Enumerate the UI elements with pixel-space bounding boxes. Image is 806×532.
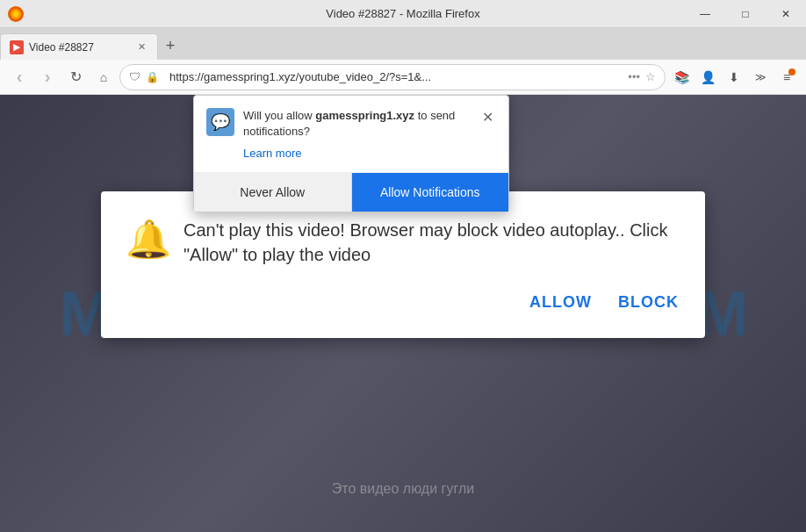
dialog-allow-button[interactable]: ALLOW (529, 293, 592, 312)
library-button[interactable]: 📚 (669, 65, 694, 90)
extensions-button[interactable]: ≫ (748, 65, 773, 90)
svg-point-2 (13, 11, 19, 18)
tab-bar: ▶ Video #28827 ✕ + (0, 28, 806, 60)
notification-site: gamesspring1.xyz (315, 109, 414, 122)
notification-body: Will you allow gamesspring1.xyz to send … (243, 108, 470, 163)
dialog-message: Can't play this video! Browser may block… (184, 218, 679, 267)
notification-text: Will you allow gamesspring1.xyz to send … (243, 108, 470, 140)
downloads-button[interactable]: ⬇ (722, 65, 746, 90)
title-bar: Video #28827 - Mozilla Firefox — □ ✕ (0, 0, 806, 28)
notification-buttons: Never Allow Allow Notifications (194, 172, 508, 212)
menu-button[interactable]: ≡ (774, 65, 799, 90)
home-button[interactable]: ⌂ (91, 65, 116, 90)
notification-popup-header: 💬 Will you allow gamesspring1.xyz to sen… (194, 96, 508, 167)
tab-label: Video #28827 (29, 41, 129, 54)
notification-popup: 💬 Will you allow gamesspring1.xyz to sen… (193, 95, 509, 212)
address-bar[interactable]: 🛡 🔒 https://gamesspring1.xyz/youtube_vid… (119, 64, 666, 90)
nav-right-icons: 📚 👤 ⬇ ≫ ≡ (669, 65, 799, 90)
browser-content: MYANTISPYWARE.COM Это видео люди гугли 💬… (0, 95, 806, 532)
learn-more-link[interactable]: Learn more (243, 143, 301, 163)
security-icon: 🛡 (129, 70, 140, 83)
dialog-buttons: ALLOW BLOCK (127, 293, 679, 312)
new-tab-button[interactable]: + (158, 33, 183, 58)
nav-bar: ‹ › ↻ ⌂ 🛡 🔒 https://gamesspring1.xyz/you… (0, 60, 806, 95)
window-controls: — □ ✕ (685, 0, 806, 28)
url-text: https://gamesspring1.xyz/youtube_video_2… (169, 70, 622, 83)
active-tab[interactable]: ▶ Video #28827 ✕ (0, 33, 158, 60)
video-subtitle: Это видео люди гугли (332, 481, 474, 497)
tab-favicon: ▶ (10, 40, 24, 54)
dialog-popup: 🔔 Can't play this video! Browser may blo… (101, 191, 705, 338)
firefox-logo (7, 5, 25, 26)
bookmark-icon[interactable]: ☆ (645, 70, 656, 83)
dialog-content: 🔔 Can't play this video! Browser may blo… (127, 218, 679, 267)
forward-button[interactable]: › (35, 65, 60, 90)
reload-button[interactable]: ↻ (63, 65, 88, 90)
bell-icon: 🔔 (127, 218, 169, 260)
minimize-button[interactable]: — (685, 0, 725, 28)
chat-icon: 💬 (211, 112, 230, 132)
window-title: Video #28827 - Mozilla Firefox (326, 7, 479, 20)
maximize-button[interactable]: □ (725, 0, 766, 28)
close-button[interactable]: ✕ (766, 0, 806, 28)
tab-close-button[interactable]: ✕ (134, 40, 148, 54)
notification-icon: 💬 (206, 108, 234, 136)
back-button[interactable]: ‹ (7, 65, 32, 90)
allow-notifications-button[interactable]: Allow Notifications (352, 173, 509, 212)
dialog-block-button[interactable]: BLOCK (618, 293, 679, 312)
lock-icon: 🔒 (146, 71, 159, 83)
notification-close-button[interactable]: ✕ (479, 108, 496, 126)
never-allow-button[interactable]: Never Allow (194, 173, 352, 212)
sync-button[interactable]: 👤 (695, 65, 720, 90)
more-icon: ••• (628, 70, 640, 83)
